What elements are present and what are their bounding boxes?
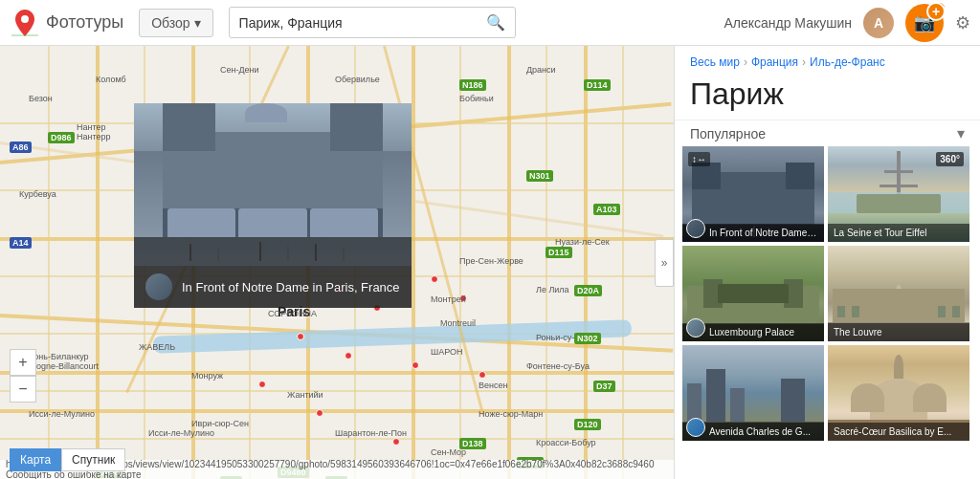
map-marker-10[interactable] — [258, 381, 266, 388]
map-marker-5[interactable] — [412, 361, 419, 369]
map-marker-9[interactable] — [459, 294, 467, 302]
section-title: Популярное — [690, 126, 766, 142]
road-badge-d37: D37 — [593, 381, 615, 392]
header: Фототуры Обзор ▾ 🔍 Александр Макушин А 📷… — [0, 0, 980, 46]
map-type-bar: Карта Спутник — [10, 448, 125, 471]
section-toggle-button[interactable]: ▾ — [957, 124, 965, 142]
settings-button[interactable]: ⚙ — [955, 12, 970, 33]
logo-icon — [10, 8, 40, 38]
popup-avatar — [145, 273, 172, 300]
photo-row-3: Avenida Charles de G... Sacré-Cœur Basil… — [675, 345, 980, 445]
avatar: А — [863, 8, 894, 38]
panel-bottom-spacer — [675, 445, 980, 464]
photo-card-eiffel[interactable]: 360° La Seine et Tour Eiffel — [828, 146, 969, 242]
photo-card-luxembourg[interactable]: Luxembourg Palace — [682, 246, 824, 341]
popup-image — [134, 103, 412, 266]
chevron-left-icon: » — [661, 256, 668, 270]
city-name: Париж — [675, 73, 980, 120]
add-photo-button[interactable]: 📷 + — [905, 4, 944, 42]
breadcrumb-sep-1: › — [744, 55, 747, 69]
map-marker-4[interactable] — [297, 333, 304, 340]
map-marker-13[interactable] — [392, 438, 400, 446]
overview-button[interactable]: Обзор ▾ — [139, 9, 212, 37]
map-controls: + − — [10, 349, 36, 403]
gear-icon: ⚙ — [955, 13, 970, 33]
road-badge-d120: D120 — [574, 419, 601, 430]
breadcrumb-sep-2: › — [802, 55, 806, 69]
map-marker-8[interactable] — [431, 275, 438, 283]
luxembourg-label: Luxembourg Palace — [709, 327, 818, 337]
photo-row-1: ↕↔ In Front of Notre Dame in ... — [675, 146, 980, 246]
notre-dame-label: In Front of Notre Dame in ... — [709, 228, 818, 238]
louvre-label: The Louvre — [834, 327, 964, 337]
breadcrumb-france[interactable]: Франция — [751, 55, 798, 69]
camera-icon: 📷 — [914, 12, 935, 33]
popup-info: In Front of Notre Dame in Paris, France — [134, 266, 412, 308]
nav: Обзор ▾ — [139, 9, 212, 37]
avenida-label: Avenida Charles de G... — [709, 426, 818, 437]
header-right: Александр Макушин А 📷 + ⚙ — [724, 4, 970, 42]
photo-card-louvre[interactable]: The Louvre — [828, 246, 969, 341]
photo-card-avenida[interactable]: Avenida Charles de G... — [682, 345, 824, 441]
main-content: Paris Безон Коломб Сен-Дени Аньер-сюр-Се… — [0, 46, 980, 479]
overview-label: Обзор — [151, 15, 189, 31]
road-badge-a86: A86 — [10, 142, 32, 153]
add-icon: + — [932, 1, 947, 15]
nav-chevron-icon: ▾ — [194, 15, 201, 31]
road-badge-n114: D114 — [584, 79, 611, 91]
zoom-in-button[interactable]: + — [10, 349, 36, 376]
eiffel-label: La Seine et Tour Eiffel — [834, 228, 964, 238]
search-bar: 🔍 — [229, 7, 516, 38]
app-title: Фототуры — [46, 12, 123, 33]
breadcrumb: Весь мир › Франция › Иль-де-Франс — [675, 46, 980, 73]
user-name: Александр Макушин — [724, 15, 852, 31]
logo: Фототуры — [10, 8, 123, 38]
photo-row-2: Luxembourg Palace The — [675, 246, 980, 345]
search-icon: 🔍 — [486, 14, 505, 31]
map-marker-6[interactable] — [345, 352, 352, 359]
road-badge-d115: D115 — [546, 247, 572, 258]
road-badge-n186: N186 — [459, 79, 486, 91]
map-type-map-button[interactable]: Карта — [10, 448, 61, 471]
svg-point-0 — [21, 15, 29, 23]
eiffel-360-badge: 360° — [936, 152, 964, 166]
search-input[interactable] — [230, 10, 477, 36]
breadcrumb-ile[interactable]: Иль-де-Франс — [810, 55, 885, 69]
map-marker-11[interactable] — [316, 409, 323, 417]
section-header: Популярное ▾ — [675, 120, 980, 146]
road-badge-d20a: D20A — [574, 285, 602, 296]
popup-text: In Front of Notre Dame in Paris, France — [182, 280, 400, 294]
map-type-satellite-button[interactable]: Спутник — [61, 448, 125, 471]
right-panel: Весь мир › Франция › Иль-де-Франс Париж … — [674, 46, 980, 479]
map-area[interactable]: Paris Безон Коломб Сен-Дени Аньер-сюр-Се… — [0, 46, 674, 479]
road-badge-d986: D986 — [48, 132, 75, 143]
map-popup: In Front of Notre Dame in Paris, France — [134, 103, 412, 308]
road-badge-n301: N301 — [526, 170, 553, 182]
search-button[interactable]: 🔍 — [477, 8, 515, 37]
road-badge-a14: A14 — [10, 237, 32, 249]
collapse-panel-button[interactable]: » — [655, 239, 674, 287]
sacre-label: Sacré-Cœur Basilica by E... — [834, 426, 964, 437]
road-badge-d138: D138 — [459, 438, 486, 449]
breadcrumb-world[interactable]: Весь мир — [690, 55, 740, 69]
road-badge-a103: A103 — [593, 204, 620, 215]
map-marker-14[interactable] — [479, 371, 486, 379]
photo-card-sacre[interactable]: Sacré-Cœur Basilica by E... — [828, 345, 969, 441]
road-badge-n302: N302 — [574, 333, 601, 344]
zoom-out-button[interactable]: − — [10, 376, 36, 403]
photo-card-notre-dame[interactable]: ↕↔ In Front of Notre Dame in ... — [682, 146, 824, 242]
